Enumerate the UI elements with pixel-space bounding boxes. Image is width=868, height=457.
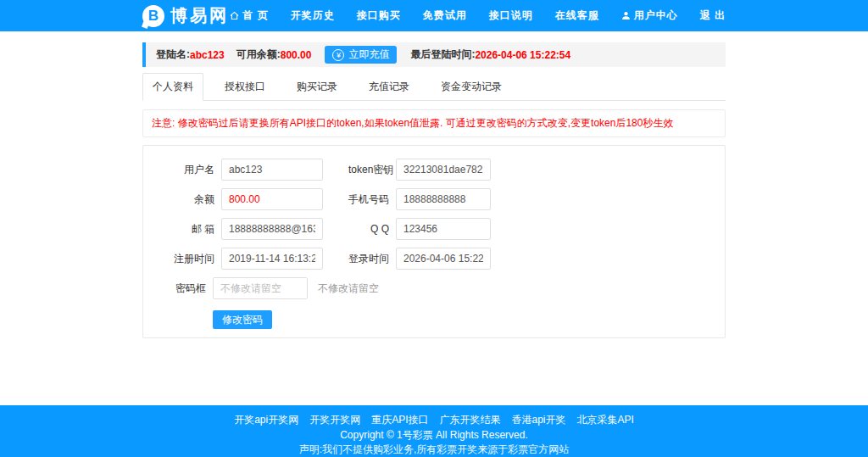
home-icon xyxy=(230,11,239,20)
footer-link[interactable]: 重庆API接口 xyxy=(371,413,428,426)
field-label: Q Q xyxy=(348,223,389,235)
field-label: 余额 xyxy=(165,192,214,207)
login-name-value: abc123 xyxy=(190,49,225,61)
last-login-label: 最后登陆时间: xyxy=(410,47,475,62)
field-username: 用户名 xyxy=(165,159,323,181)
last-login-value: 2026-04-06 15:22:54 xyxy=(475,49,570,61)
nav-item-free-trial[interactable]: 免费试用 xyxy=(423,8,467,23)
field-input[interactable] xyxy=(221,159,323,181)
nav-item-user-center[interactable]: 用户中心 xyxy=(621,8,678,23)
brand-name: 博易网 xyxy=(170,4,229,27)
balance-label: 可用余额: xyxy=(236,47,281,62)
user-info-bar: 登陆名: abc123 可用余额: 800.00 ¥ 立即充值 最后登陆时间: … xyxy=(142,42,726,67)
field-balance: 余额 xyxy=(165,188,323,210)
field-label: 邮 箱 xyxy=(165,222,214,237)
field-input[interactable] xyxy=(396,188,491,210)
profile-form: 用户名 token密钥 余额 手机号码 xyxy=(165,159,725,270)
tab-auth-api[interactable]: 授权接口 xyxy=(214,73,275,100)
notice-banner: 注意: 修改密码过后请更换所有API接口的token,如果token值泄露. 可… xyxy=(142,109,726,137)
footer-link[interactable]: 开奖api开奖网 xyxy=(234,413,298,426)
footer-link[interactable]: 北京采集API xyxy=(577,413,634,426)
field-label: 注册时间 xyxy=(165,252,214,266)
tab-bar: 个人资料 授权接口 购买记录 充值记录 资金变动记录 xyxy=(142,73,726,101)
footer-link[interactable]: 开奖开奖网 xyxy=(309,413,360,426)
copyright: Copyright © 1号彩票 All Rights Reserved. xyxy=(0,428,868,443)
tab-fund-records[interactable]: 资金变动记录 xyxy=(431,73,512,100)
field-label: 登录时间 xyxy=(348,252,389,266)
field-input[interactable] xyxy=(396,218,491,240)
login-name-label: 登陆名: xyxy=(156,47,190,62)
nav-item-lottery-history[interactable]: 开奖历史 xyxy=(291,8,335,23)
footer-link[interactable]: 广东开奖结果 xyxy=(440,413,501,426)
field-input[interactable] xyxy=(221,248,323,270)
tab-purchase-records[interactable]: 购买记录 xyxy=(287,73,348,100)
profile-card: 用户名 token密钥 余额 手机号码 xyxy=(142,145,726,338)
nav-item-online-service[interactable]: 在线客服 xyxy=(555,8,599,23)
field-phone: 手机号码 xyxy=(348,188,491,210)
user-icon xyxy=(621,11,631,20)
password-field: 密码框 不修改请留空 xyxy=(165,277,725,299)
field-input[interactable] xyxy=(396,248,491,270)
tab-recharge-records[interactable]: 充值记录 xyxy=(359,73,420,100)
field-token: token密钥 xyxy=(348,159,491,181)
change-password-button[interactable]: 修改密码 xyxy=(213,310,272,329)
footer-link[interactable]: 香港api开奖 xyxy=(512,413,566,426)
field-label: 用户名 xyxy=(165,163,214,177)
header: B 博易网 首 页 开奖历史 接口购买 免费试用 接口说明 在线客服 用户中心 … xyxy=(0,0,868,31)
nav-item-api-purchase[interactable]: 接口购买 xyxy=(357,8,401,23)
field-input[interactable] xyxy=(221,218,323,240)
footer-links: 开奖api开奖网 开奖开奖网 重庆API接口 广东开奖结果 香港api开奖 北京… xyxy=(0,413,868,426)
main-content: 登陆名: abc123 可用余额: 800.00 ¥ 立即充值 最后登陆时间: … xyxy=(142,42,726,338)
yen-circle-icon: ¥ xyxy=(332,49,344,61)
tab-profile[interactable]: 个人资料 xyxy=(142,73,203,101)
recharge-button-label: 立即充值 xyxy=(348,47,389,62)
nav-item-logout[interactable]: 退 出 xyxy=(700,8,726,23)
field-login-time: 登录时间 xyxy=(348,248,491,270)
field-label: token密钥 xyxy=(348,163,389,177)
nav-item-api-docs[interactable]: 接口说明 xyxy=(489,8,533,23)
field-register-time: 注册时间 xyxy=(165,248,323,270)
nav-item-home[interactable]: 首 页 xyxy=(230,8,268,23)
recharge-button[interactable]: ¥ 立即充值 xyxy=(325,46,397,64)
footer: 开奖api开奖网 开奖开奖网 重庆API接口 广东开奖结果 香港api开奖 北京… xyxy=(0,405,868,457)
password-label: 密码框 xyxy=(165,281,206,296)
main-nav: 首 页 开奖历史 接口购买 免费试用 接口说明 在线客服 用户中心 退 出 xyxy=(230,8,726,23)
password-input[interactable] xyxy=(213,277,308,299)
disclaimer: 声明:我们不提供购彩业务,所有彩票开奖来源于彩票官方网站 xyxy=(0,443,868,457)
field-input[interactable] xyxy=(221,188,323,210)
balance-value: 800.00 xyxy=(281,49,312,61)
password-hint: 不修改请留空 xyxy=(318,281,379,296)
field-label: 手机号码 xyxy=(348,192,389,207)
field-input[interactable] xyxy=(396,159,491,181)
brand-logo[interactable]: B 博易网 xyxy=(142,4,229,27)
field-email: 邮 箱 xyxy=(165,218,323,240)
field-qq: Q Q xyxy=(348,218,491,240)
brand-logo-icon: B xyxy=(142,5,164,27)
